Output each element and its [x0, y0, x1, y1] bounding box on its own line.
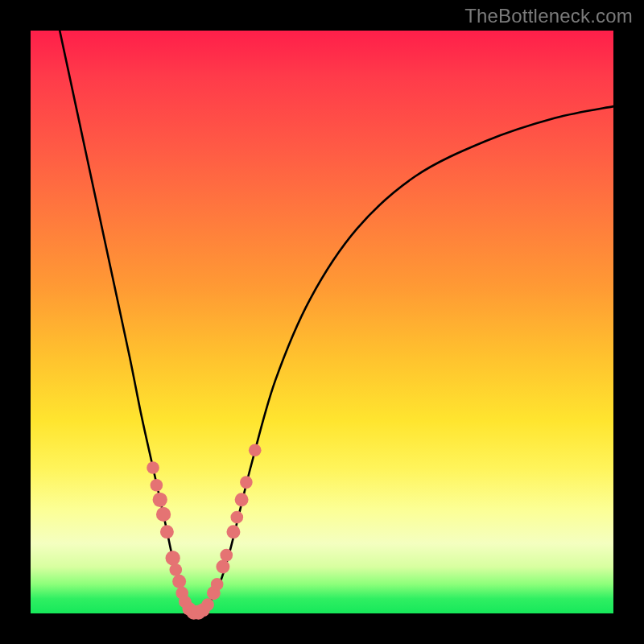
highlight-dot [166, 551, 180, 565]
highlight-dot [240, 476, 253, 489]
highlight-dot [230, 511, 243, 524]
bottleneck-curve [60, 31, 613, 614]
highlight-dot [249, 444, 262, 456]
chart-frame: TheBottleneck.com [0, 0, 644, 644]
highlight-dot [220, 549, 233, 562]
highlight-dot [211, 578, 224, 591]
highlight-dot [169, 564, 182, 576]
highlight-dot [216, 560, 229, 574]
highlight-dot [153, 493, 167, 507]
plot-area [31, 31, 613, 613]
highlight-dot [156, 507, 171, 522]
highlight-dot [151, 479, 163, 492]
chart-svg [31, 31, 613, 613]
highlight-dot [172, 575, 186, 588]
highlight-dot [226, 525, 240, 539]
highlight-dot [147, 461, 159, 474]
highlight-dot [235, 493, 249, 506]
highlight-dots [147, 444, 261, 619]
highlight-dot [160, 525, 174, 539]
highlight-dot [201, 598, 214, 611]
watermark-text: TheBottleneck.com [464, 5, 633, 27]
